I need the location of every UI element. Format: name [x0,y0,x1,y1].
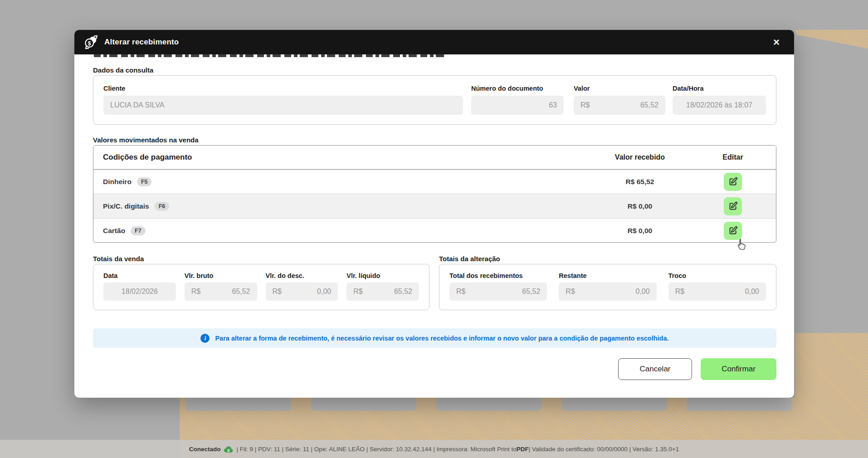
alterar-recebimento-dialog: $ Alterar recebimento × Dados da consult… [74,30,794,398]
valor-value: 65,52 [640,101,658,109]
col-payment-conditions: Codições de pagamento [93,153,590,162]
table-row-dinheiro[interactable]: Dinheiro F5 R$ 65,52 [93,170,776,194]
svg-text:$: $ [88,40,91,47]
col-valor-recebido: Valor recebido [590,153,690,161]
hotkey-badge: F7 [131,226,146,235]
troco-value: 0,00 [745,287,759,296]
received-value: R$ 0,00 [590,227,690,235]
vlr-desc-field[interactable]: R$ 0,00 [266,283,338,301]
background-card [687,395,792,411]
connection-status: Conectado [189,446,221,453]
printer-name: PDF [517,446,529,453]
cloud-sync-icon [224,446,234,453]
dialog-header: $ Alterar recebimento × [74,30,794,54]
consulta-section-title: Dados da consulta [93,66,153,74]
edit-pix-button[interactable] [724,197,742,215]
money-exchange-icon: $ [84,35,98,49]
currency-prefix: R$ [566,287,575,296]
data-value: 18/02/2026 [122,287,158,296]
datahora-value: 18/02/2026 às 18:07 [686,101,752,109]
currency-prefix: R$ [353,287,362,296]
payment-label: Cartão [103,227,125,235]
currency-prefix: R$ [580,101,590,109]
table-row-pix[interactable]: Pix/C. digitais F6 R$ 0,00 [93,194,776,219]
totais-venda-fieldset: Data 18/02/2026 Vlr. bruto R$ 65,52 Vlr.… [93,264,429,310]
edit-pencil-icon [728,201,738,211]
hotkey-badge: F6 [155,202,170,211]
vlr-bruto-field[interactable]: R$ 65,52 [185,283,257,301]
table-row-cartao[interactable]: Cartão F7 R$ 0,00 [93,219,776,243]
background-card [436,395,541,411]
payments-table: Codições de pagamento Valor recebido Edi… [93,145,776,243]
currency-prefix: R$ [675,287,684,296]
edit-cartao-button[interactable] [724,222,742,240]
documento-value: 63 [549,101,557,109]
close-icon[interactable]: × [771,36,781,49]
totais-venda-section-title: Totais da venda [93,255,144,263]
currency-prefix: R$ [191,287,200,296]
vlr-bruto-label: Vlr. bruto [185,272,257,279]
received-value: R$ 0,00 [590,202,690,210]
vlr-liquido-value: 65,52 [394,287,412,296]
vlr-liquido-label: Vlr. líquido [346,272,419,279]
documento-field[interactable]: 63 [471,96,564,115]
hotkey-badge: F5 [137,177,152,186]
info-banner: i Para alterar a forma de recebimento, é… [93,328,776,348]
valor-label: Valor [574,85,665,92]
documento-label: Número do documento [471,85,564,92]
edit-pencil-icon [728,177,738,186]
background-card [186,395,291,411]
data-field[interactable]: 18/02/2026 [103,283,176,301]
vlr-bruto-value: 65,52 [232,287,250,296]
total-recebimentos-label: Total dos recebimentos [449,272,547,279]
background-card [561,395,667,411]
info-icon: i [200,334,210,343]
cliente-label: Cliente [103,85,463,92]
totais-alteracao-section-title: Totais da alteração [439,255,500,263]
edit-pencil-icon [728,226,738,235]
troco-label: Troco [668,272,766,279]
confirm-button[interactable]: Confirmar [701,358,776,380]
payment-label: Dinheiro [103,178,132,186]
movimentados-section-title: Valores movimentados na venda [93,136,199,144]
cliente-field[interactable]: LUCIA DA SILVA [103,96,463,115]
consulta-fieldset: Cliente LUCIA DA SILVA Número do documen… [93,75,776,125]
received-value: R$ 65,52 [590,178,690,186]
datahora-label: Data/Hora [673,85,766,92]
col-editar: Editar [690,153,776,161]
vlr-desc-label: Vlr. do desc. [266,272,338,279]
restante-value: 0,00 [636,287,650,296]
cancel-button[interactable]: Cancelar [618,358,692,380]
valor-field[interactable]: R$ 65,52 [574,96,665,115]
info-message: Para alterar a forma de recebimento, é n… [215,335,668,342]
status-bar: Conectado | Fil: 9 | PDV: 11 | Série: 11… [0,440,868,458]
clipped-scrolled-content [94,54,445,57]
restante-label: Restante [559,272,656,279]
status-info: | Fil: 9 | PDV: 11 | Série: 11 | Ope: AL… [237,446,517,453]
total-recebimentos-value: 65,52 [522,287,540,296]
dialog-title: Alterar recebimento [104,38,179,47]
background-card [311,395,416,411]
troco-field[interactable]: R$ 0,00 [668,283,766,301]
totais-alteracao-fieldset: Total dos recebimentos R$ 65,52 Restante… [439,264,776,310]
data-label: Data [103,272,176,279]
edit-dinheiro-button[interactable] [724,173,742,191]
status-info-2: | Validade do certificado: 00/00/0000 | … [529,446,679,453]
datahora-field[interactable]: 18/02/2026 às 18:07 [673,96,766,115]
payments-table-header: Codições de pagamento Valor recebido Edi… [93,146,776,170]
cliente-value: LUCIA DA SILVA [110,101,164,109]
restante-field[interactable]: R$ 0,00 [559,283,656,301]
vlr-desc-value: 0,00 [317,287,331,296]
vlr-liquido-field[interactable]: R$ 65,52 [346,283,419,301]
currency-prefix: R$ [273,287,282,296]
payment-label: Pix/C. digitais [103,202,149,210]
dialog-actions: Cancelar Confirmar [618,358,776,380]
currency-prefix: R$ [456,287,465,296]
total-recebimentos-field[interactable]: R$ 65,52 [449,283,547,301]
